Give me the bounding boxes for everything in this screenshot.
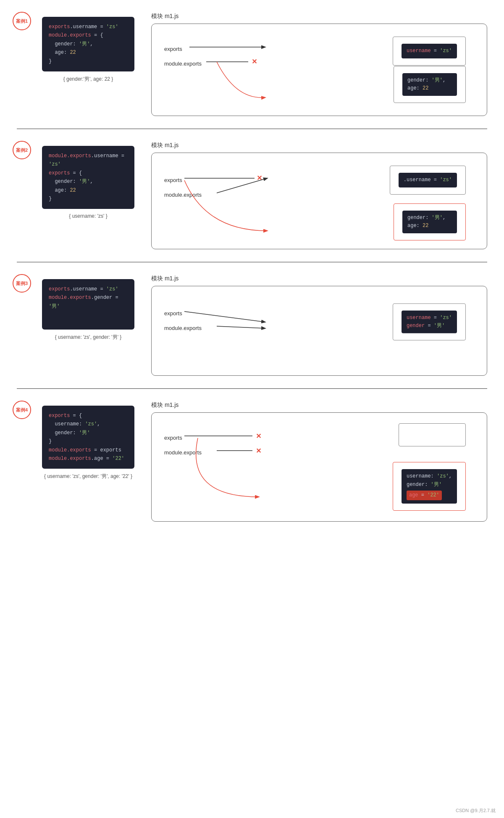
module-exports-label-case1: module.exports <box>164 60 202 67</box>
caption-case3: { username: 'zs', gender: '男' } <box>55 334 122 341</box>
diagram-case3: 模块 m1.js exports module.exports username… <box>151 275 487 376</box>
module-title-case4: 模块 m1.js <box>151 401 487 409</box>
svg-line-7 <box>217 326 265 328</box>
badge-case2: 案例2 <box>13 141 31 159</box>
data-box-content-case1-top: username = 'zs' <box>402 44 457 58</box>
diagram-case1: 模块 m1.js exports module.exports username… <box>151 13 487 116</box>
diagram-case2: 模块 m1.js exports module.exports .usernam… <box>151 142 487 249</box>
code-line: module.exports = exports <box>49 446 128 454</box>
code-line: exports = { <box>49 412 128 420</box>
svg-line-5 <box>217 178 267 193</box>
code-line: module.exports.age = '22' <box>49 454 128 463</box>
section-case4: 案例4 exports = { username: 'zs', gender: … <box>0 389 504 534</box>
exports-label-case4: exports <box>164 434 182 441</box>
data-box-content-case2-bottom: gender: '男', age: 22 <box>402 211 457 233</box>
code-line: } <box>49 195 128 203</box>
code-line: age: 22 <box>49 48 128 57</box>
data-box-case1-bottom: gender: '男', age: 22 <box>394 66 466 103</box>
data-box-case3: username = 'zs' gender = '男' <box>393 303 466 340</box>
svg-text:✕: ✕ <box>256 447 261 454</box>
empty-box-case4 <box>399 423 466 446</box>
exports-label-case2: exports <box>164 176 182 184</box>
caption-case1: { gender:'男', age: 22 } <box>63 76 113 83</box>
data-box-content-case4: username: 'zs', gender: '男' age = '22' <box>402 469 457 504</box>
badge-case3: 案例3 <box>13 274 31 293</box>
code-panel-case1: exports.username = 'zs' module.exports =… <box>42 17 134 71</box>
module-title-case1: 模块 m1.js <box>151 13 487 20</box>
caption-case2: { username: 'zs' } <box>69 213 107 219</box>
code-line: gender: '男' <box>49 429 128 437</box>
exports-label-case3: exports <box>164 309 182 317</box>
left-side-case2: module.exports.username = 'zs' exports =… <box>42 142 134 249</box>
section-case3-content: 案例3 exports.username = 'zs' module.expor… <box>0 262 504 388</box>
module-title-case2: 模块 m1.js <box>151 142 487 149</box>
code-line: } <box>49 57 128 66</box>
data-box-case1-top: username = 'zs' <box>393 37 466 66</box>
code-line: module.exports.gender = '男' <box>49 293 128 311</box>
data-box-content-case2-top: .username = 'zs' <box>399 173 457 187</box>
svg-text:✕: ✕ <box>252 58 257 65</box>
code-line: module.exports.username = 'zs' <box>49 152 128 169</box>
code-line: exports.username = 'zs' <box>49 23 128 31</box>
exports-label-case1: exports <box>164 45 182 53</box>
code-line: gender: '男', <box>49 40 128 48</box>
code-panel-case4: exports = { username: 'zs', gender: '男' … <box>42 406 134 469</box>
code-panel-case3: exports.username = 'zs' module.exports.g… <box>42 279 134 330</box>
left-side-case1: exports.username = 'zs' module.exports =… <box>42 13 134 116</box>
section-case4-content: 案例4 exports = { username: 'zs', gender: … <box>0 389 504 534</box>
watermark: CSDN @9.月2.7.就 <box>456 807 496 814</box>
module-exports-label-case4: module.exports <box>164 449 202 456</box>
data-box-case2-bottom: gender: '男', age: 22 <box>394 203 466 240</box>
caption-case4: { username: 'zs', gender: '男', age: '22'… <box>44 473 132 480</box>
code-line: exports.username = 'zs' <box>49 285 128 293</box>
code-line: gender: '男', <box>49 177 128 186</box>
data-box-content-case1-bottom: gender: '男', age: 22 <box>402 73 457 96</box>
module-box-case1: exports module.exports username = 'zs' <box>151 24 487 116</box>
module-title-case3: 模块 m1.js <box>151 275 487 282</box>
module-box-case2: exports module.exports .username = 'zs' <box>151 153 487 249</box>
section-case1-content: 案例1 exports.username = 'zs' module.expor… <box>0 0 504 129</box>
module-exports-label-case2: module.exports <box>164 191 202 198</box>
badge-case4: 案例4 <box>13 401 31 419</box>
data-box-case2-top: .username = 'zs' <box>390 166 466 195</box>
code-line: username: 'zs', <box>49 420 128 428</box>
module-box-case3: exports module.exports username = 'zs' g… <box>151 286 487 376</box>
code-panel-case2: module.exports.username = 'zs' exports =… <box>42 146 134 209</box>
code-line: exports = { <box>49 169 128 177</box>
code-line: module.exports = { <box>49 31 128 40</box>
data-box-content-case3: username = 'zs' gender = '男' <box>402 311 457 333</box>
diagram-case4: 模块 m1.js exports module.exports username… <box>151 401 487 522</box>
left-side-case4: exports = { username: 'zs', gender: '男' … <box>42 401 134 522</box>
section-case2-content: 案例2 module.exports.username = 'zs' expor… <box>0 129 504 262</box>
svg-text:✕: ✕ <box>256 433 261 440</box>
section-case1: 案例1 exports.username = 'zs' module.expor… <box>0 0 504 129</box>
svg-line-6 <box>184 311 265 322</box>
left-side-case3: exports.username = 'zs' module.exports.g… <box>42 275 134 376</box>
section-case3: 案例3 exports.username = 'zs' module.expor… <box>0 262 504 389</box>
module-box-case4: exports module.exports username: 'zs', g… <box>151 412 487 522</box>
module-exports-label-case3: module.exports <box>164 324 202 332</box>
svg-text:✕: ✕ <box>257 174 262 182</box>
code-line: } <box>49 437 128 446</box>
badge-case1: 案例1 <box>13 12 31 30</box>
data-box-case4-bottom: username: 'zs', gender: '男' age = '22' <box>393 462 466 511</box>
code-line: age: 22 <box>49 186 128 195</box>
section-case2: 案例2 module.exports.username = 'zs' expor… <box>0 129 504 262</box>
